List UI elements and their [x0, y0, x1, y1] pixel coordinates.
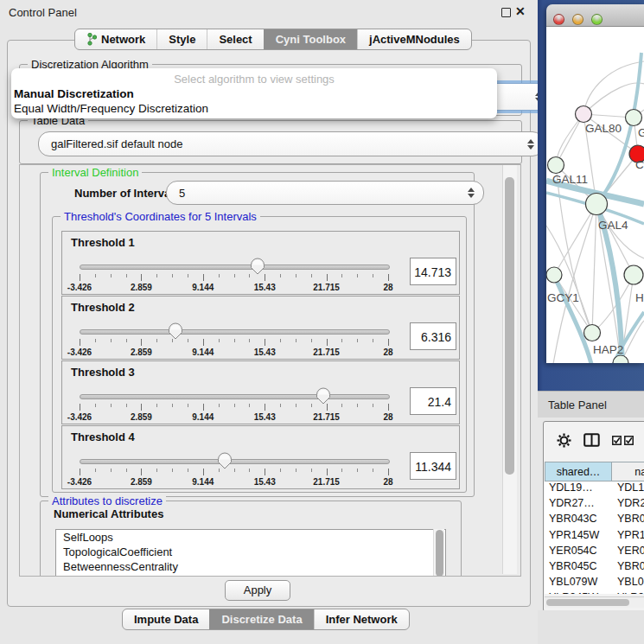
network-edge[interactable]	[554, 204, 596, 275]
slider-track[interactable]	[80, 265, 390, 270]
table-data-combobox[interactable]: galFiltered.sif default node	[38, 131, 544, 156]
slider-minor-tick	[219, 339, 220, 342]
slider-tick-label: 28	[383, 348, 392, 357]
tab-discretize-data[interactable]: Discretize Data	[209, 609, 313, 629]
tab-jactivemnodules[interactable]: jActiveMNodules	[357, 29, 471, 49]
tab-cyni-toolbox[interactable]: Cyni Toolbox	[264, 29, 357, 49]
table-row[interactable]: YPR145WYPR1	[545, 529, 644, 545]
main-scrollbar[interactable]	[502, 165, 517, 574]
slider-minor-tick	[249, 339, 250, 342]
slider-minor-tick	[234, 404, 235, 407]
slider-minor-tick	[341, 404, 342, 407]
slider-minor-tick	[341, 469, 342, 472]
network-edge[interactable]	[592, 204, 596, 333]
tab-infer-network[interactable]: Infer Network	[314, 609, 409, 629]
minimize-traffic-light-icon[interactable]	[572, 14, 583, 25]
slider-minor-tick	[172, 404, 173, 407]
tab-impute-data[interactable]: Impute Data	[123, 609, 209, 629]
attribute-list-item[interactable]: TopologicalCoefficient	[56, 545, 445, 559]
tab-label: Discretize Data	[221, 613, 302, 626]
dropdown-placeholder: Select algorithm to view settings	[11, 72, 497, 86]
attribute-list-item[interactable]: BetweennessCentrality	[56, 559, 445, 574]
network-window-titlebar[interactable]	[546, 4, 644, 27]
thresholds-group: Threshold's Coordinates for 5 Intervals …	[52, 216, 467, 493]
network-node[interactable]	[546, 267, 562, 283]
tab-network[interactable]: Network	[75, 29, 156, 49]
slider-minor-tick	[296, 469, 296, 472]
table-horizontal-scrollbar[interactable]	[545, 596, 644, 608]
control-panel-titlebar: Control Panel ✕	[0, 0, 538, 24]
scrollbar-thumb[interactable]	[546, 599, 629, 606]
table-row[interactable]: YER054CYER0	[545, 545, 644, 560]
column-header-shared-name[interactable]: shared…	[545, 462, 612, 481]
table-row[interactable]: YBL079WYBL0	[545, 576, 644, 591]
close-traffic-light-icon[interactable]	[553, 14, 564, 25]
slider-thumb[interactable]	[250, 258, 265, 275]
tab-select[interactable]: Select	[207, 29, 263, 49]
network-node[interactable]	[624, 265, 643, 284]
interval-group-label: Interval Definition	[48, 166, 142, 179]
network-node[interactable]	[548, 157, 564, 174]
network-canvas[interactable]: GAL80GACGAL11GAL4GCY1HHAP2	[546, 27, 644, 363]
threshold-value-field[interactable]: 11.344	[410, 452, 456, 480]
network-node[interactable]	[584, 325, 601, 341]
slider-minor-tick	[111, 339, 112, 342]
threshold-value-field[interactable]: 14.713	[410, 258, 456, 285]
table-panel-titlebar: Table Panel	[538, 391, 644, 418]
network-node[interactable]	[626, 110, 642, 126]
slider-minor-tick	[95, 404, 96, 407]
dropdown-option-manual[interactable]: Manual Discretization	[11, 86, 497, 101]
scrollbar-thumb[interactable]	[505, 177, 514, 475]
attribute-list-item[interactable]: SelfLoops	[56, 530, 445, 545]
checkbox-icon[interactable]	[624, 436, 634, 445]
table-row[interactable]: YLR345WYLR3	[545, 591, 644, 594]
checkbox-icon[interactable]	[612, 436, 622, 445]
column-layout-icon[interactable]	[583, 433, 600, 447]
network-node[interactable]	[576, 106, 592, 123]
traffic-lights[interactable]	[553, 14, 603, 25]
slider-minor-tick	[311, 404, 312, 407]
slider-thumb[interactable]	[168, 322, 183, 340]
column-header-name[interactable]: name	[612, 462, 644, 481]
network-node-label: GAL11	[552, 173, 588, 186]
slider-tick-label: 21.715	[313, 477, 340, 487]
scrollbar-thumb[interactable]	[436, 530, 443, 577]
gear-icon[interactable]	[557, 433, 571, 448]
slider-minor-tick	[296, 274, 296, 277]
table-row[interactable]: YDR27…YDR2	[545, 497, 644, 513]
attributes-scrollbar[interactable]	[433, 529, 444, 577]
network-edge-highlighted[interactable]	[555, 277, 591, 363]
network-node-label: GAL4	[598, 219, 628, 232]
threshold-value-field[interactable]: 21.4	[410, 387, 456, 415]
tab-label: Cyni Toolbox	[276, 33, 346, 46]
cell-shared-name: YBR043C	[545, 513, 615, 525]
slider-major-tick	[80, 274, 80, 281]
slider-track[interactable]	[80, 459, 390, 464]
slider-thumb[interactable]	[217, 452, 233, 469]
slider-track[interactable]	[80, 394, 390, 399]
slider-tick-label: 2.859	[131, 412, 152, 422]
zoom-traffic-light-icon[interactable]	[591, 14, 603, 25]
tab-label: Impute Data	[134, 613, 198, 626]
table-row[interactable]: YBR043CYBR0	[545, 513, 644, 528]
network-node[interactable]	[586, 194, 608, 215]
float-window-icon[interactable]	[501, 8, 511, 17]
slider-minor-tick	[280, 404, 281, 407]
threshold-panel-4: Threshold 4-3.4262.8599.14415.4321.71528…	[61, 425, 460, 489]
tab-style[interactable]: Style	[156, 29, 207, 49]
cell-name: YLR3	[615, 591, 644, 594]
apply-button[interactable]: Apply	[225, 580, 290, 601]
threshold-value-field[interactable]: 6.316	[410, 322, 456, 350]
dropdown-option-equal-width[interactable]: Equal Width/Frequency Discretization	[11, 101, 497, 116]
cell-shared-name: YER054C	[545, 545, 615, 557]
num-intervals-combobox[interactable]: 5	[166, 181, 484, 205]
slider-minor-tick	[341, 339, 342, 342]
slider-track[interactable]	[80, 329, 390, 335]
slider-minor-tick	[188, 339, 188, 342]
table-row[interactable]: YBR045CYBR0	[545, 560, 644, 576]
table-row[interactable]: YDL19…YDL1	[545, 481, 644, 497]
slider-minor-tick	[311, 469, 312, 472]
close-icon[interactable]: ✕	[515, 4, 526, 18]
slider-thumb[interactable]	[316, 387, 331, 405]
table-data-group: Table Data galFiltered.sif default node	[19, 120, 522, 164]
